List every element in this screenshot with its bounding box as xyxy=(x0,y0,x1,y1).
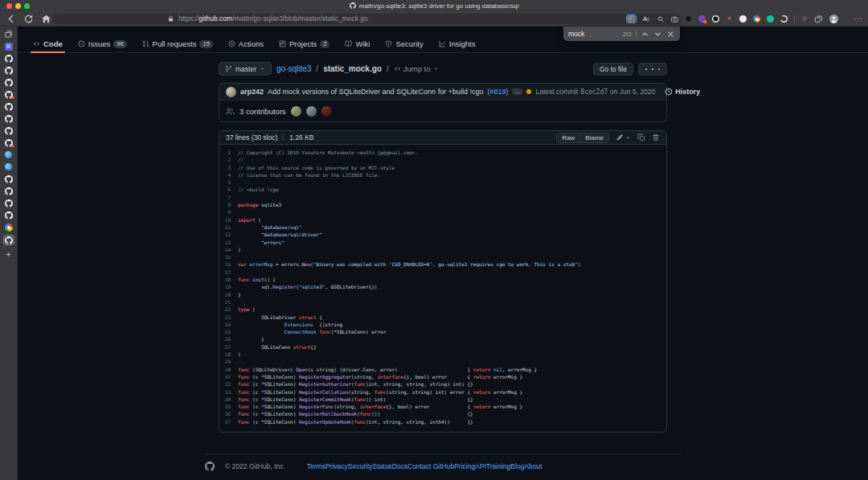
tab-issues[interactable]: Issues96 xyxy=(74,35,131,52)
extension-icon[interactable] xyxy=(685,15,692,23)
delete-trash-icon[interactable] xyxy=(652,133,660,142)
url-text[interactable]: https://github.com/mattn/go-sqlite3/blob… xyxy=(178,14,368,24)
line-number[interactable]: 24 xyxy=(219,321,231,328)
browser-tab-github[interactable] xyxy=(3,78,14,87)
line-number[interactable]: 21 xyxy=(219,298,231,306)
tab-security[interactable]: Security xyxy=(381,35,427,52)
browser-tab-active[interactable] xyxy=(3,235,14,245)
star-icon[interactable]: ☆ xyxy=(801,14,808,24)
contributor-avatar[interactable] xyxy=(306,106,317,117)
line-number[interactable]: 7 xyxy=(219,194,231,201)
minimize-window-button[interactable] xyxy=(15,3,21,9)
blame-button[interactable]: Blame xyxy=(579,133,608,142)
find-bar[interactable]: mock 2/2 xyxy=(563,27,680,41)
lock-icon[interactable] xyxy=(167,15,174,23)
browser-tab-github[interactable] xyxy=(3,174,14,183)
commit-status-icon[interactable] xyxy=(526,89,531,94)
breadcrumb-repo-link[interactable]: go-sqlite3 xyxy=(276,64,311,73)
line-number[interactable]: 34 xyxy=(219,396,231,403)
raw-button[interactable]: Raw xyxy=(557,133,579,142)
find-in-page-icon[interactable] xyxy=(626,14,637,23)
extension-icon[interactable] xyxy=(780,15,788,23)
line-number[interactable]: 28 xyxy=(219,351,231,358)
line-number[interactable]: 2 xyxy=(219,156,231,163)
extension-icon[interactable]: × xyxy=(726,15,733,23)
line-number[interactable]: 5 xyxy=(219,178,231,186)
find-close-icon[interactable] xyxy=(666,30,675,39)
footer-link[interactable]: API xyxy=(475,462,486,470)
line-number[interactable]: 19 xyxy=(219,283,231,290)
contributor-avatar[interactable] xyxy=(321,106,332,117)
find-query[interactable]: mock xyxy=(568,30,619,38)
line-number[interactable]: 10 xyxy=(219,216,231,224)
line-number[interactable]: 3 xyxy=(219,164,231,171)
commit-author[interactable]: arp242 xyxy=(240,88,264,96)
footer-link[interactable]: Docs xyxy=(392,462,407,470)
line-number[interactable]: 37 xyxy=(219,418,231,425)
line-number[interactable]: 30 xyxy=(219,366,231,373)
line-number[interactable]: 16 xyxy=(219,261,231,268)
footer-link[interactable]: Security xyxy=(348,462,373,470)
line-number[interactable]: 14 xyxy=(219,246,231,253)
collections-icon[interactable] xyxy=(814,14,823,23)
extension-icon[interactable] xyxy=(753,15,760,23)
browser-tab-github[interactable] xyxy=(3,114,14,123)
zoom-icon[interactable] xyxy=(655,14,665,23)
copy-icon[interactable] xyxy=(637,133,645,142)
jump-to-dropdown[interactable]: Jump to xyxy=(394,64,439,73)
browser-tab-github[interactable] xyxy=(3,211,14,219)
extension-icon[interactable] xyxy=(739,15,747,23)
commit-message[interactable]: Add mock versions of SQLiteDriver and SQ… xyxy=(268,88,483,96)
browser-tab-github[interactable] xyxy=(3,54,14,63)
line-number[interactable]: 22 xyxy=(219,306,231,313)
tab-code[interactable]: Code xyxy=(29,35,67,52)
tab-wiki[interactable]: Wiki xyxy=(341,35,374,52)
line-number[interactable]: 23 xyxy=(219,314,231,321)
line-number[interactable]: 29 xyxy=(219,358,231,365)
line-number[interactable]: 18 xyxy=(219,276,231,283)
line-number[interactable]: 20 xyxy=(219,291,231,298)
line-number[interactable]: 25 xyxy=(219,328,231,335)
address-bar[interactable]: https://github.com/mattn/go-sqlite3/blob… xyxy=(53,14,682,24)
footer-link[interactable]: About xyxy=(524,462,542,470)
new-tab-button[interactable]: + xyxy=(6,250,10,259)
line-number[interactable]: 33 xyxy=(219,388,231,396)
browser-tab-github[interactable] xyxy=(3,126,14,135)
line-number[interactable]: 9 xyxy=(219,208,231,215)
branch-selector[interactable]: master xyxy=(219,62,272,76)
web-capture-icon[interactable] xyxy=(669,14,680,23)
line-number[interactable]: 1 xyxy=(219,149,231,156)
line-number[interactable]: 11 xyxy=(219,224,231,231)
extension-icon[interactable] xyxy=(712,15,719,23)
line-number[interactable]: 12 xyxy=(219,231,231,238)
extension-icon[interactable] xyxy=(767,15,774,23)
browser-tab-github[interactable] xyxy=(3,66,14,75)
browser-tab-github-notification[interactable] xyxy=(3,138,14,147)
close-window-button[interactable] xyxy=(6,3,12,9)
commit-author-avatar[interactable] xyxy=(226,87,236,97)
extension-icon[interactable] xyxy=(698,15,706,23)
profile-avatar[interactable] xyxy=(829,14,838,23)
tab-projects[interactable]: Projects2 xyxy=(275,35,334,52)
line-number[interactable]: 35 xyxy=(219,403,231,410)
commit-expander[interactable]: … xyxy=(512,88,522,95)
browser-tab-github[interactable] xyxy=(3,199,14,207)
tab-actions[interactable]: Actions xyxy=(224,35,268,52)
file-options-kebab-button[interactable] xyxy=(638,63,667,76)
commit-hash[interactable]: 8cec2d7 xyxy=(580,88,608,96)
contributors-count[interactable]: 3 contributors xyxy=(240,107,286,116)
line-number[interactable]: 27 xyxy=(219,343,231,351)
browser-tab-github-notification[interactable] xyxy=(3,90,14,99)
footer-link[interactable]: Pricing xyxy=(454,462,475,470)
line-number[interactable]: 17 xyxy=(219,269,231,276)
zoom-window-button[interactable] xyxy=(24,3,30,9)
edit-pencil-icon[interactable] xyxy=(616,133,624,142)
browser-tab-github[interactable] xyxy=(3,187,14,195)
browser-tab-google[interactable] xyxy=(3,223,14,232)
footer-link[interactable]: Blog xyxy=(510,462,524,470)
browser-tab[interactable] xyxy=(3,162,14,171)
find-previous-icon[interactable] xyxy=(641,30,649,39)
line-number[interactable]: 15 xyxy=(219,253,231,261)
tab-actions-icon[interactable] xyxy=(3,30,14,39)
footer-link[interactable]: Privacy xyxy=(326,462,348,470)
